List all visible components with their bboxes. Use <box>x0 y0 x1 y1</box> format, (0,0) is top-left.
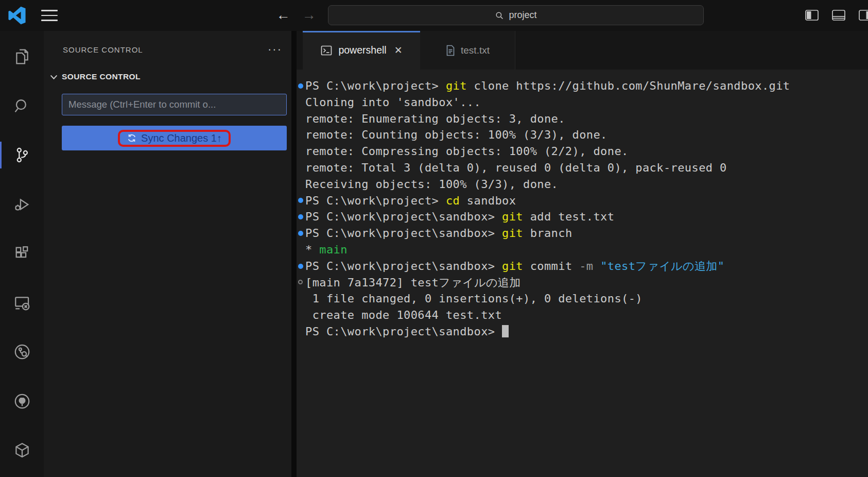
terminal-text: * <box>305 243 319 256</box>
back-arrow-button[interactable]: ← <box>274 6 292 24</box>
terminal-line: remote: Enumerating objects: 3, done. <box>305 111 868 127</box>
commit-message-placeholder: Message (Ctrl+Enter to commit o... <box>68 99 216 110</box>
terminal-text: branch <box>523 227 572 240</box>
files-icon <box>13 48 31 65</box>
terminal-cursor <box>502 325 509 337</box>
terminal-text: PS C:\work\project\sandbox> <box>305 325 502 338</box>
terminal-text: main <box>319 243 348 256</box>
annotation-highlight-box: Sync Changes 1↑ <box>118 130 231 147</box>
gitlens-icon <box>13 343 31 361</box>
activity-item-search[interactable] <box>0 90 44 123</box>
layout-sidebar-left-icon[interactable] <box>805 9 819 22</box>
terminal-line: 1 file changed, 0 insertions(+), 0 delet… <box>305 291 868 307</box>
activity-item-extensions[interactable] <box>0 237 44 270</box>
search-value: project <box>509 10 536 21</box>
remote-icon <box>13 294 31 312</box>
layout-sidebar-right-icon[interactable] <box>858 9 868 22</box>
terminal-text: Cloning into 'sandbox'... <box>305 96 481 109</box>
terminal-text: git <box>502 260 523 272</box>
layout-panel-icon[interactable] <box>831 9 846 22</box>
terminal-text <box>593 260 600 272</box>
chevron-down-icon <box>50 74 58 80</box>
activity-item-remote-explorer[interactable] <box>0 286 44 319</box>
cube-icon <box>13 441 31 459</box>
terminal-line: PS C:\work\project\sandbox> <box>305 323 868 340</box>
tab-label: powershell <box>338 44 386 56</box>
more-actions-icon[interactable]: ··· <box>268 47 282 52</box>
command-center-search[interactable]: project <box>328 5 704 25</box>
terminal-text: add test.txt <box>523 210 614 223</box>
terminal-text: remote: Enumerating objects: 3, done. <box>305 112 565 125</box>
sync-changes-button[interactable]: Sync Changes 1↑ <box>62 126 287 150</box>
activity-item-explorer[interactable] <box>0 40 44 73</box>
forward-arrow-button[interactable]: → <box>300 6 318 24</box>
editor-area: powershell ✕ test.txt PS C:\work\project… <box>297 31 868 477</box>
source-control-sidebar: SOURCE CONTROL ··· SOURCE CONTROL Messag… <box>44 31 291 477</box>
terminal-text: cd <box>446 194 460 207</box>
activity-item-github[interactable] <box>0 385 44 418</box>
sidebar-panel-header: SOURCE CONTROL ··· <box>63 43 282 56</box>
terminal-line: create mode 100644 test.txt <box>305 307 868 323</box>
sync-icon <box>127 133 137 143</box>
search-icon <box>495 11 504 20</box>
tab-powershell[interactable]: powershell ✕ <box>303 31 420 70</box>
sync-button-label: Sync Changes 1↑ <box>141 132 222 144</box>
terminal-line: remote: Counting objects: 100% (3/3), do… <box>305 127 868 143</box>
commit-message-input[interactable]: Message (Ctrl+Enter to commit o... <box>62 94 287 115</box>
terminal-text: PS C:\work\project> <box>305 79 446 92</box>
command-success-decoration <box>298 264 303 269</box>
terminal-text: remote: Total 3 (delta 0), reused 0 (del… <box>305 161 727 174</box>
terminal-text: PS C:\work\project\sandbox> <box>305 210 502 223</box>
terminal-text: git <box>446 79 467 92</box>
terminal-text: remote: Counting objects: 100% (3/3), do… <box>305 128 607 141</box>
close-icon[interactable]: ✕ <box>394 44 403 56</box>
sidebar-editor-divider <box>291 31 297 477</box>
terminal-output[interactable]: PS C:\work\project> git clone https://gi… <box>297 70 868 477</box>
terminal-text: commit <box>523 260 579 272</box>
activity-item-gitlens[interactable] <box>0 335 44 368</box>
activity-item-source-control[interactable] <box>0 139 44 172</box>
debug-icon <box>13 196 31 213</box>
terminal-line: PS C:\work\project\sandbox> git branch <box>305 225 868 242</box>
terminal-line: * main <box>305 242 868 258</box>
terminal-line: PS C:\work\project\sandbox> git commit -… <box>305 258 868 275</box>
github-icon <box>13 393 31 410</box>
tab-test-txt[interactable]: test.txt <box>420 31 515 70</box>
terminal-text: PS C:\work\project\sandbox> <box>305 227 502 240</box>
terminal-line: remote: Total 3 (delta 0), reused 0 (del… <box>305 160 868 176</box>
terminal-text: 1 file changed, 0 insertions(+), 0 delet… <box>305 292 643 305</box>
extensions-icon <box>13 245 31 262</box>
terminal-text: Receiving objects: 100% (3/3), done. <box>305 178 558 191</box>
command-success-decoration <box>298 214 303 219</box>
terminal-line: [main 7a13472] testファイルの追加 <box>305 275 868 291</box>
menu-hamburger-icon[interactable] <box>41 10 58 21</box>
terminal-line: Cloning into 'sandbox'... <box>305 94 868 111</box>
panel-title: SOURCE CONTROL <box>63 45 143 54</box>
terminal-text: git <box>502 227 523 240</box>
terminal-line: PS C:\work\project\sandbox> git add test… <box>305 209 868 225</box>
file-icon <box>445 45 456 56</box>
command-success-decoration <box>298 83 303 89</box>
terminal-text: clone https://github.com/ShunMare/sandbo… <box>467 79 790 92</box>
terminal-line: remote: Compressing objects: 100% (2/2),… <box>305 143 868 160</box>
activity-item-run-debug[interactable] <box>0 188 44 221</box>
tab-label: test.txt <box>461 45 490 56</box>
terminal-text: remote: Compressing objects: 100% (2/2),… <box>305 145 629 158</box>
command-success-decoration <box>298 198 303 203</box>
terminal-text: sandbox <box>460 194 516 207</box>
terminal-text: "testファイルの追加" <box>600 260 724 272</box>
terminal-text: [main 7a13472] testファイルの追加 <box>305 276 521 289</box>
terminal-line: Receiving objects: 100% (3/3), done. <box>305 176 868 193</box>
command-success-decoration <box>298 231 303 236</box>
source-control-section-header[interactable]: SOURCE CONTROL <box>50 70 286 83</box>
activity-item-package[interactable] <box>0 434 44 467</box>
terminal-text: PS C:\work\project\sandbox> <box>305 260 502 272</box>
terminal-text: -m <box>579 260 593 272</box>
activity-bar <box>0 31 44 477</box>
source-control-icon <box>13 146 31 164</box>
command-decoration <box>298 280 303 284</box>
editor-tab-strip: powershell ✕ test.txt <box>297 31 868 70</box>
vscode-logo-icon <box>8 6 26 25</box>
terminal-text: git <box>502 210 523 223</box>
title-bar: ← → project <box>0 0 868 31</box>
